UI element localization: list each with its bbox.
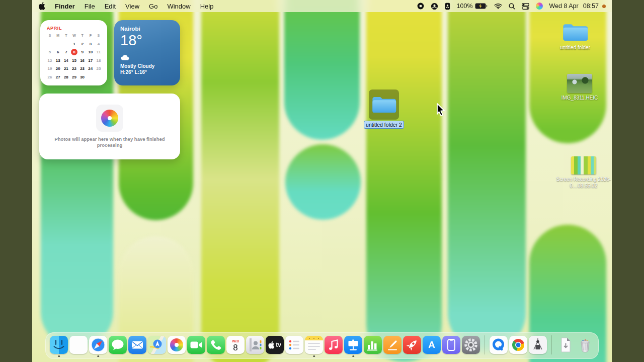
photos-widget[interactable]: Photos will appear here when they have f… (39, 94, 180, 159)
control-center-icon[interactable] (522, 3, 529, 10)
apple-icon (38, 2, 45, 10)
calendar-day: 19 (46, 65, 54, 72)
calendar-day: 7 (62, 49, 70, 55)
battery-percent: 100% (457, 3, 473, 10)
calendar-day: 28 (62, 74, 70, 80)
dock-item-phone[interactable] (207, 336, 225, 354)
wifi-icon[interactable] (494, 3, 502, 9)
desktop-icon-untitled-folder[interactable]: untitled folder (545, 22, 605, 51)
wallpaper-capsule (366, 0, 442, 362)
day-header: T (62, 32, 70, 39)
menu-edit[interactable]: Edit (105, 3, 116, 10)
dock-item-facetime[interactable] (187, 336, 205, 354)
dock-item-messages[interactable] (109, 336, 127, 354)
desktop-icon-screen-recording[interactable]: Screen Recording 2026-0…08.55.02 (553, 156, 612, 189)
dock-item-downloads[interactable] (556, 336, 575, 354)
calendar-day: 30 (78, 74, 87, 80)
day-header: M (54, 32, 62, 39)
desktop-icon-untitled-folder-2[interactable]: untitled folder 2 (354, 89, 414, 129)
dock-item-music[interactable] (325, 336, 343, 354)
siri-icon[interactable] (536, 3, 543, 10)
quicktime-icon (490, 336, 508, 354)
calendar-day: 10 (87, 49, 95, 55)
user-circle-icon[interactable] (431, 3, 438, 10)
dock-item-mail[interactable] (128, 336, 146, 354)
dock-item-system-settings[interactable] (462, 336, 480, 354)
dock-item-safari[interactable] (89, 336, 107, 354)
desktop-icon-img-8311[interactable]: IMG_8311.HEIC (549, 74, 610, 102)
contacts-icon (246, 336, 264, 354)
menu-help[interactable]: Help (200, 3, 214, 10)
calendar-widget[interactable]: APRIL S M T W T F S 1 2 3 4 5 6 7 8 9 (40, 20, 107, 85)
dock-item-tv[interactable]: tv (266, 336, 284, 354)
search-icon[interactable] (509, 3, 515, 10)
dock-item-maps[interactable] (148, 336, 166, 354)
dock-item-finder[interactable] (50, 336, 68, 354)
dock-item-keynote[interactable] (344, 336, 362, 354)
calendar-day (54, 41, 62, 47)
calendar-day: 24 (87, 65, 95, 72)
pages-icon (383, 336, 401, 354)
dock-item-app-store[interactable]: A (423, 336, 441, 354)
messages-icon (109, 336, 127, 354)
rename-text-field[interactable]: untitled folder 2 (364, 121, 404, 129)
dock-item-numbers[interactable] (364, 336, 382, 354)
dock-item-trash[interactable] (576, 336, 594, 354)
stop-recording-icon[interactable] (417, 3, 424, 10)
menu-bar-time[interactable]: 08:57 (583, 3, 599, 10)
calendar-day (87, 74, 95, 80)
folder-icon (562, 22, 588, 43)
desktop-icon-label: IMG_8311.HEIC (561, 95, 598, 102)
dock-item-iphone-mirroring[interactable] (442, 336, 460, 354)
menu-bar: Finder File Edit View Go Window Help (32, 0, 612, 12)
menu-go[interactable]: Go (149, 3, 157, 10)
dock-item-reminders[interactable] (285, 336, 303, 354)
active-app-menu[interactable]: Finder (55, 3, 75, 10)
dock-item-launchpad[interactable] (69, 336, 88, 354)
calendar-day: 14 (62, 57, 70, 64)
battery-status[interactable]: 100% (457, 3, 488, 10)
dock-item-calendar[interactable]: Wed 8 (226, 336, 245, 354)
calendar-month: APRIL (47, 26, 103, 31)
menu-bar-date[interactable]: Wed 8 Apr (549, 3, 579, 10)
dock-item-rocket[interactable] (403, 336, 421, 354)
desktop-icon-label: untitled folder (560, 45, 590, 51)
menu-view[interactable]: View (125, 3, 139, 10)
apple-menu[interactable] (38, 2, 45, 10)
dock-item-quicktime[interactable] (490, 336, 508, 354)
calendar-day: 3 (87, 41, 95, 47)
calendar-day: 26 (46, 74, 54, 80)
calendar-day: 1 (70, 41, 78, 47)
calendar-day (95, 74, 103, 80)
maps-icon (148, 336, 166, 354)
downloads-document-icon (556, 336, 575, 354)
recording-indicator-dot[interactable] (602, 5, 606, 8)
menu-window[interactable]: Window (167, 3, 190, 10)
notes-icon (305, 336, 323, 354)
calendar-day: 27 (54, 74, 62, 80)
photos-app-icon (168, 336, 186, 354)
iphone-mirroring-icon[interactable] (445, 3, 450, 10)
calendar-day (46, 41, 54, 47)
dock-item-notes[interactable] (305, 336, 323, 354)
chrome-icon (509, 336, 527, 354)
apple-tv-icon: tv (266, 336, 284, 354)
photos-flower-icon (101, 110, 118, 127)
photos-widget-message: Photos will appear here when they have f… (52, 136, 168, 148)
calendar-day: 29 (70, 74, 78, 80)
weather-widget[interactable]: Nairobi 18° Mostly Cloudy H:26° L:16° (114, 20, 180, 85)
dock-item-chrome[interactable] (509, 336, 527, 354)
menu-file[interactable]: File (85, 3, 95, 10)
day-header: W (70, 32, 78, 39)
dock-item-photos[interactable] (168, 336, 186, 354)
desktop[interactable]: Finder File Edit View Go Window Help (32, 0, 612, 362)
photos-flower-icon (170, 338, 183, 351)
calendar-day: 11 (95, 49, 103, 55)
dock-item-contacts[interactable] (246, 336, 264, 354)
video-thumbnail (571, 156, 596, 174)
dock-item-compass-tool[interactable] (529, 336, 547, 354)
wallpaper-capsule (448, 0, 526, 352)
dock-item-pages[interactable] (383, 336, 401, 354)
app-store-letter: A (428, 339, 435, 350)
dock-divider (551, 335, 552, 354)
